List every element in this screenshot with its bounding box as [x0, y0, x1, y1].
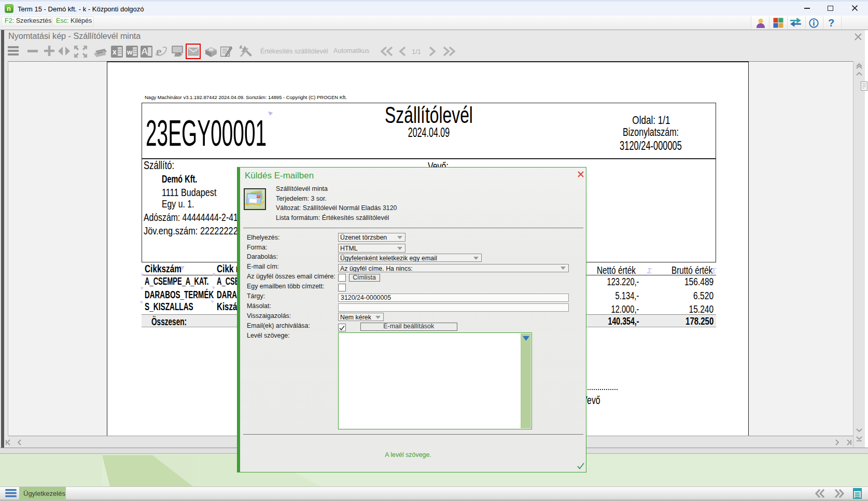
svg-text:w: w — [127, 48, 133, 56]
svg-text:x: x — [113, 48, 117, 56]
